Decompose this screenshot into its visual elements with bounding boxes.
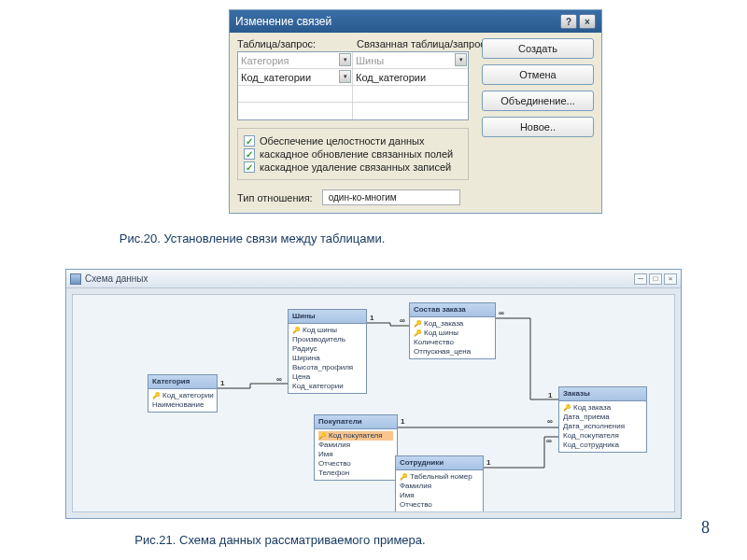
check-icon: ✓ xyxy=(244,161,255,173)
check-icon: ✓ xyxy=(244,135,255,147)
dialog-body: Таблица/запрос: Связанная таблица/запрос… xyxy=(230,33,601,213)
close-button[interactable]: × xyxy=(579,14,596,29)
cardinality-one: 1 xyxy=(548,391,552,399)
schema-icon xyxy=(70,273,81,285)
table-employees[interactable]: Сотрудники Табельный номер Фамилия Имя О… xyxy=(395,455,484,512)
table-select[interactable]: Категория ▾ xyxy=(238,52,353,68)
page-number: 8 xyxy=(701,518,710,538)
field-left[interactable]: Код_категории ▾ xyxy=(238,69,353,85)
related-table-label: Связанная таблица/запрос: xyxy=(357,38,488,49)
table-buyers[interactable]: Покупатели Код покупателя Фамилия Имя От… xyxy=(314,414,398,481)
relation-type-label: Тип отношения: xyxy=(237,192,313,203)
enforce-integrity-checkbox[interactable]: ✓ Обеспечение целостности данных xyxy=(244,135,462,147)
help-button[interactable]: ? xyxy=(560,14,577,29)
schema-canvas[interactable]: 1 ∞ 1 ∞ ∞ 1 1 ∞ 1 ∞ Категория Код_катего… xyxy=(72,294,675,512)
schema-title: Схема данных xyxy=(85,273,148,284)
field-right[interactable]: Код_категории xyxy=(353,69,468,85)
cardinality-many: ∞ xyxy=(276,375,282,384)
schema-titlebar: Схема данных ─ □ × xyxy=(66,270,681,288)
cardinality-one: 1 xyxy=(370,314,374,322)
dialog-titlebar: Изменение связей ? × xyxy=(230,10,601,33)
cardinality-many: ∞ xyxy=(547,417,553,426)
table-category[interactable]: Категория Код_категории Наименование xyxy=(148,374,218,413)
cascade-update-checkbox[interactable]: ✓ каскадное обновление связанных полей xyxy=(244,148,462,160)
cardinality-one: 1 xyxy=(401,417,404,426)
chevron-down-icon[interactable]: ▾ xyxy=(339,53,351,66)
cardinality-one: 1 xyxy=(220,379,224,387)
dialog-title: Изменение связей xyxy=(235,15,331,28)
maximize-button[interactable]: □ xyxy=(649,273,662,285)
cardinality-many: ∞ xyxy=(400,316,405,325)
figure-20-caption: Рис.20. Установление связи между таблица… xyxy=(93,231,411,247)
table-label: Таблица/запрос: xyxy=(237,38,349,49)
schema-window: Схема данных ─ □ × 1 ∞ 1 xyxy=(65,269,682,519)
new-button[interactable]: Новое.. xyxy=(482,117,594,137)
cardinality-one: 1 xyxy=(486,458,490,467)
table-order-items[interactable]: Состав заказа Код_заказа Код шины Количе… xyxy=(409,302,496,359)
table-orders[interactable]: Заказы Код заказа Дата_приема Дата_испол… xyxy=(558,386,647,453)
check-icon: ✓ xyxy=(244,148,255,160)
relation-type-value: один-ко-многим xyxy=(322,189,460,205)
figure-21-caption: Рис.21. Схема данных рассматриваемого пр… xyxy=(0,533,560,547)
cardinality-many: ∞ xyxy=(499,309,504,317)
chevron-down-icon[interactable]: ▾ xyxy=(339,70,351,83)
cascade-delete-checkbox[interactable]: ✓ каскадное удаление связанных записей xyxy=(244,161,462,173)
cardinality-many: ∞ xyxy=(546,437,552,445)
create-button[interactable]: Создать xyxy=(482,38,594,59)
chevron-down-icon[interactable]: ▾ xyxy=(455,53,467,66)
integrity-options: ✓ Обеспечение целостности данных ✓ каска… xyxy=(237,128,469,180)
cancel-button[interactable]: Отмена xyxy=(482,64,594,85)
edit-relationships-dialog: Изменение связей ? × Таблица/запрос: Свя… xyxy=(229,9,602,214)
join-type-button[interactable]: Объединение... xyxy=(482,91,594,111)
fields-grid: Категория ▾ Шины ▾ Код_категории ▾ Код_к… xyxy=(237,51,469,120)
close-button[interactable]: × xyxy=(664,273,677,285)
related-table-select[interactable]: Шины ▾ xyxy=(353,52,468,68)
minimize-button[interactable]: ─ xyxy=(634,273,647,285)
table-tires[interactable]: Шины Код шины Производитель Радиус Ширин… xyxy=(288,309,367,394)
